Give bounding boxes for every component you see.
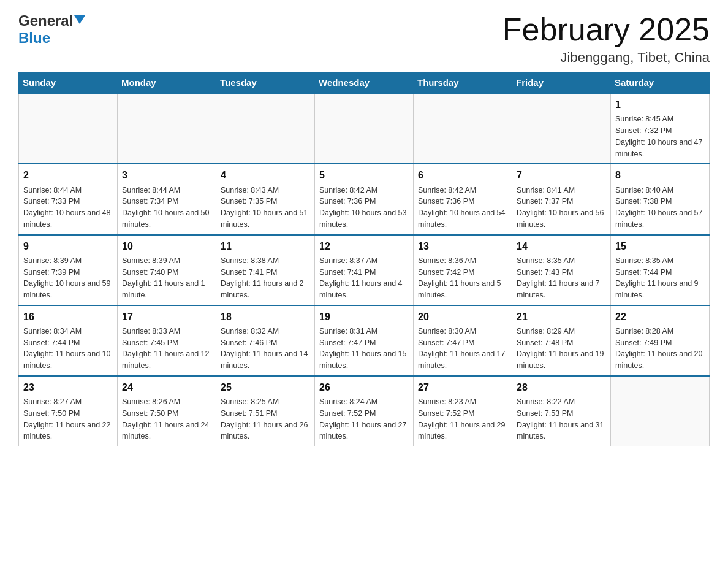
day-info: Sunrise: 8:23 AM Sunset: 7:52 PM Dayligh…: [418, 396, 507, 442]
calendar-cell: 18Sunrise: 8:32 AM Sunset: 7:46 PM Dayli…: [216, 305, 315, 376]
day-number: 17: [122, 310, 211, 324]
logo: General Blue: [18, 12, 85, 47]
day-number: 7: [517, 168, 606, 182]
calendar-cell: [216, 93, 315, 164]
calendar-cell: 12Sunrise: 8:37 AM Sunset: 7:41 PM Dayli…: [315, 235, 414, 305]
day-number: 18: [221, 310, 310, 324]
calendar-cell: 26Sunrise: 8:24 AM Sunset: 7:52 PM Dayli…: [315, 376, 414, 446]
calendar-cell: 19Sunrise: 8:31 AM Sunset: 7:47 PM Dayli…: [315, 305, 414, 376]
calendar-cell: [118, 93, 216, 164]
day-of-week-monday: Monday: [118, 72, 216, 94]
calendar-week-2: 2Sunrise: 8:44 AM Sunset: 7:33 PM Daylig…: [19, 164, 710, 234]
day-info: Sunrise: 8:37 AM Sunset: 7:41 PM Dayligh…: [319, 255, 409, 301]
calendar-cell: 8Sunrise: 8:40 AM Sunset: 7:38 PM Daylig…: [611, 164, 710, 234]
calendar-cell: 3Sunrise: 8:44 AM Sunset: 7:34 PM Daylig…: [118, 164, 216, 234]
day-info: Sunrise: 8:30 AM Sunset: 7:47 PM Dayligh…: [418, 326, 507, 372]
day-info: Sunrise: 8:36 AM Sunset: 7:42 PM Dayligh…: [418, 255, 507, 301]
day-number: 21: [517, 310, 606, 324]
day-header-row: SundayMondayTuesdayWednesdayThursdayFrid…: [19, 72, 710, 94]
day-number: 4: [221, 168, 310, 182]
day-info: Sunrise: 8:40 AM Sunset: 7:38 PM Dayligh…: [615, 185, 705, 231]
day-info: Sunrise: 8:35 AM Sunset: 7:44 PM Dayligh…: [615, 255, 705, 301]
day-of-week-friday: Friday: [512, 72, 611, 94]
calendar-cell: 16Sunrise: 8:34 AM Sunset: 7:44 PM Dayli…: [19, 305, 118, 376]
day-info: Sunrise: 8:35 AM Sunset: 7:43 PM Dayligh…: [517, 255, 606, 301]
calendar-cell: 11Sunrise: 8:38 AM Sunset: 7:41 PM Dayli…: [216, 235, 315, 305]
day-number: 3: [122, 168, 211, 182]
day-number: 14: [517, 239, 606, 253]
calendar-cell: 15Sunrise: 8:35 AM Sunset: 7:44 PM Dayli…: [611, 235, 710, 305]
day-info: Sunrise: 8:45 AM Sunset: 7:32 PM Dayligh…: [615, 113, 705, 159]
day-number: 19: [319, 310, 409, 324]
day-info: Sunrise: 8:29 AM Sunset: 7:48 PM Dayligh…: [517, 326, 606, 372]
calendar-cell: [315, 93, 414, 164]
day-info: Sunrise: 8:31 AM Sunset: 7:47 PM Dayligh…: [319, 326, 409, 372]
calendar-cell: [611, 376, 710, 446]
day-of-week-wednesday: Wednesday: [315, 72, 414, 94]
day-of-week-thursday: Thursday: [414, 72, 512, 94]
calendar-cell: [414, 93, 512, 164]
calendar-cell: 14Sunrise: 8:35 AM Sunset: 7:43 PM Dayli…: [512, 235, 611, 305]
calendar-cell: 2Sunrise: 8:44 AM Sunset: 7:33 PM Daylig…: [19, 164, 118, 234]
day-info: Sunrise: 8:38 AM Sunset: 7:41 PM Dayligh…: [221, 255, 310, 301]
calendar-cell: 28Sunrise: 8:22 AM Sunset: 7:53 PM Dayli…: [512, 376, 611, 446]
day-info: Sunrise: 8:22 AM Sunset: 7:53 PM Dayligh…: [517, 396, 606, 442]
calendar-cell: 4Sunrise: 8:43 AM Sunset: 7:35 PM Daylig…: [216, 164, 315, 234]
day-info: Sunrise: 8:24 AM Sunset: 7:52 PM Dayligh…: [319, 396, 409, 442]
day-number: 6: [418, 168, 507, 182]
day-number: 24: [122, 380, 211, 394]
day-number: 2: [23, 168, 113, 182]
day-number: 8: [615, 168, 705, 182]
calendar-table: SundayMondayTuesdayWednesdayThursdayFrid…: [18, 72, 710, 446]
day-number: 25: [221, 380, 310, 394]
day-number: 15: [615, 239, 705, 253]
page-header: General Blue February 2025 Jibenggang, T…: [18, 12, 710, 66]
calendar-cell: 21Sunrise: 8:29 AM Sunset: 7:48 PM Dayli…: [512, 305, 611, 376]
calendar-cell: 13Sunrise: 8:36 AM Sunset: 7:42 PM Dayli…: [414, 235, 512, 305]
calendar-week-5: 23Sunrise: 8:27 AM Sunset: 7:50 PM Dayli…: [19, 376, 710, 446]
calendar-cell: 25Sunrise: 8:25 AM Sunset: 7:51 PM Dayli…: [216, 376, 315, 446]
month-title: February 2025: [502, 12, 710, 47]
title-area: February 2025 Jibenggang, Tibet, China: [502, 12, 710, 66]
day-number: 23: [23, 380, 113, 394]
calendar-cell: 24Sunrise: 8:26 AM Sunset: 7:50 PM Dayli…: [118, 376, 216, 446]
calendar-header: SundayMondayTuesdayWednesdayThursdayFrid…: [19, 72, 710, 94]
location-subtitle: Jibenggang, Tibet, China: [502, 50, 710, 66]
day-number: 22: [615, 310, 705, 324]
day-number: 9: [23, 239, 113, 253]
calendar-cell: 20Sunrise: 8:30 AM Sunset: 7:47 PM Dayli…: [414, 305, 512, 376]
calendar-week-1: 1Sunrise: 8:45 AM Sunset: 7:32 PM Daylig…: [19, 93, 710, 164]
day-info: Sunrise: 8:34 AM Sunset: 7:44 PM Dayligh…: [23, 326, 113, 372]
day-number: 11: [221, 239, 310, 253]
day-number: 26: [319, 380, 409, 394]
calendar-cell: 6Sunrise: 8:42 AM Sunset: 7:36 PM Daylig…: [414, 164, 512, 234]
calendar-week-4: 16Sunrise: 8:34 AM Sunset: 7:44 PM Dayli…: [19, 305, 710, 376]
calendar-cell: [512, 93, 611, 164]
calendar-cell: 7Sunrise: 8:41 AM Sunset: 7:37 PM Daylig…: [512, 164, 611, 234]
calendar-cell: [19, 93, 118, 164]
day-info: Sunrise: 8:26 AM Sunset: 7:50 PM Dayligh…: [122, 396, 211, 442]
calendar-cell: 23Sunrise: 8:27 AM Sunset: 7:50 PM Dayli…: [19, 376, 118, 446]
day-info: Sunrise: 8:42 AM Sunset: 7:36 PM Dayligh…: [418, 185, 507, 231]
logo-blue-text: Blue: [18, 29, 50, 46]
day-info: Sunrise: 8:39 AM Sunset: 7:39 PM Dayligh…: [23, 255, 113, 301]
calendar-cell: 10Sunrise: 8:39 AM Sunset: 7:40 PM Dayli…: [118, 235, 216, 305]
day-info: Sunrise: 8:25 AM Sunset: 7:51 PM Dayligh…: [221, 396, 310, 442]
day-number: 28: [517, 380, 606, 394]
day-number: 1: [615, 98, 705, 112]
calendar-week-3: 9Sunrise: 8:39 AM Sunset: 7:39 PM Daylig…: [19, 235, 710, 305]
day-info: Sunrise: 8:33 AM Sunset: 7:45 PM Dayligh…: [122, 326, 211, 372]
calendar-cell: 27Sunrise: 8:23 AM Sunset: 7:52 PM Dayli…: [414, 376, 512, 446]
day-info: Sunrise: 8:41 AM Sunset: 7:37 PM Dayligh…: [517, 185, 606, 231]
calendar-cell: 5Sunrise: 8:42 AM Sunset: 7:36 PM Daylig…: [315, 164, 414, 234]
day-info: Sunrise: 8:42 AM Sunset: 7:36 PM Dayligh…: [319, 185, 409, 231]
day-number: 27: [418, 380, 507, 394]
day-info: Sunrise: 8:44 AM Sunset: 7:33 PM Dayligh…: [23, 185, 113, 231]
day-of-week-sunday: Sunday: [19, 72, 118, 94]
calendar-body: 1Sunrise: 8:45 AM Sunset: 7:32 PM Daylig…: [19, 93, 710, 446]
day-info: Sunrise: 8:27 AM Sunset: 7:50 PM Dayligh…: [23, 396, 113, 442]
calendar-cell: 9Sunrise: 8:39 AM Sunset: 7:39 PM Daylig…: [19, 235, 118, 305]
day-number: 13: [418, 239, 507, 253]
day-of-week-tuesday: Tuesday: [216, 72, 315, 94]
day-number: 5: [319, 168, 409, 182]
